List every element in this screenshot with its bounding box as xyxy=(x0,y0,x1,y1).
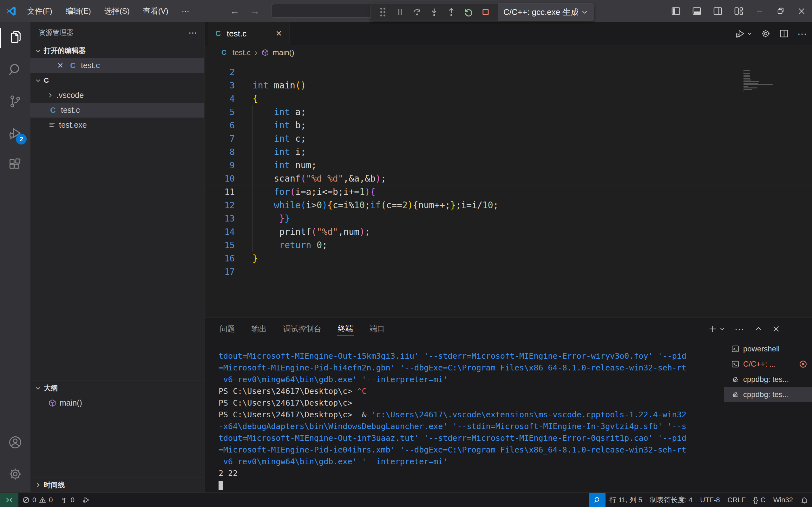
debug-status[interactable] xyxy=(78,493,94,507)
split-editor-icon[interactable] xyxy=(779,29,789,39)
notifications-bell[interactable] xyxy=(797,493,812,507)
sidebar-item-extensions[interactable] xyxy=(0,149,31,181)
platform[interactable]: Win32 xyxy=(769,493,797,507)
code-line-17[interactable]: 17 xyxy=(205,265,812,278)
drag-grip-icon[interactable] xyxy=(376,5,390,19)
section-folder-c[interactable]: C xyxy=(31,73,204,88)
step-out-icon[interactable] xyxy=(444,5,458,19)
sidebar-item-explorer[interactable] xyxy=(0,22,31,54)
code-editor[interactable]: 23int main()4{5 int a;6 int b;7 int c;8 … xyxy=(205,60,812,318)
problems-status[interactable]: 0 0 xyxy=(18,493,57,507)
terminal-list-item-powershell[interactable]: powershell xyxy=(724,341,812,356)
toggle-panel-icon[interactable] xyxy=(687,0,707,22)
code-line-14[interactable]: 14 printf("%d",num); xyxy=(205,225,812,238)
indentation[interactable]: 制表符长度: 4 xyxy=(646,493,696,507)
remote-indicator[interactable] xyxy=(0,493,18,507)
ports-status[interactable]: 0 xyxy=(57,493,78,507)
code-line-6[interactable]: 6 int b; xyxy=(205,118,812,132)
tree-item-test-exe[interactable]: test.exe xyxy=(31,118,204,132)
customize-layout-icon[interactable] xyxy=(728,0,749,22)
code-line-16[interactable]: 16} xyxy=(205,251,812,265)
code-line-9[interactable]: 9 int num; xyxy=(205,158,812,172)
c-file-icon: C xyxy=(219,49,229,57)
code-line-4[interactable]: 4{ xyxy=(205,92,812,105)
code-line-12[interactable]: 12 while(i>0){c=i%10;if(c==2){num++;};i=… xyxy=(205,199,812,212)
debug-config-dropdown[interactable]: C/C++: gcc.exe 生成和调试 xyxy=(498,3,594,20)
terminal-line-8: =Microsoft-MIEngine-Pid-ie04ihrs.xmb' '-… xyxy=(218,445,723,457)
step-into-icon[interactable] xyxy=(427,5,441,19)
toggle-secondary-sidebar-icon[interactable] xyxy=(707,0,728,22)
editor-more-actions-icon[interactable]: ⋯ xyxy=(798,28,808,39)
new-terminal-button[interactable] xyxy=(708,324,725,334)
code-line-5[interactable]: 5 int a; xyxy=(205,105,812,118)
breadcrumb-separator: › xyxy=(254,48,257,58)
braces-icon: {} xyxy=(753,496,758,504)
editor-settings-icon[interactable] xyxy=(761,29,771,39)
activity-bar: 2 xyxy=(0,22,31,493)
breadcrumb[interactable]: C test.c › main() xyxy=(205,45,812,60)
restart-icon[interactable] xyxy=(461,5,475,19)
tree-item-test-c[interactable]: C test.c xyxy=(31,103,204,118)
explorer-more-actions-icon[interactable]: ⋯ xyxy=(189,27,198,38)
code-line-13[interactable]: 13 }} xyxy=(205,212,812,225)
account-button[interactable] xyxy=(0,427,31,458)
settings-button[interactable] xyxy=(0,458,31,490)
panel-tab-3[interactable]: 终端 xyxy=(337,322,354,336)
outline-item-main[interactable]: main() xyxy=(31,395,204,410)
open-editor-test-c[interactable]: ✕ C test.c xyxy=(31,58,204,73)
menu-item-3[interactable]: 查看(V) xyxy=(139,3,173,19)
cursor-position[interactable]: 行 11, 列 5 xyxy=(606,493,646,507)
code-line-2[interactable]: 2 xyxy=(205,65,812,78)
terminal-list-item-cppdbg1[interactable]: cppdbg: tes... xyxy=(724,372,812,387)
sidebar-item-run-debug[interactable]: 2 xyxy=(0,117,31,149)
back-arrow-icon[interactable]: ← xyxy=(230,6,240,16)
code-line-10[interactable]: 10 scanf("%d %d",&a,&b); xyxy=(205,172,812,185)
section-timeline[interactable]: 时间线 xyxy=(31,477,204,493)
menu-item-0[interactable]: 文件(F) xyxy=(23,3,57,19)
forward-arrow-icon[interactable]: → xyxy=(250,6,260,16)
terminal-icon xyxy=(731,345,740,353)
terminal-cursor-line xyxy=(218,481,723,492)
step-over-icon[interactable] xyxy=(410,5,424,19)
minimap[interactable] xyxy=(744,68,774,94)
toggle-sidebar-icon[interactable] xyxy=(665,0,687,22)
code-line-11[interactable]: 11 for(i=a;i<=b;i+=1){ xyxy=(205,185,812,199)
stop-icon[interactable] xyxy=(478,5,493,19)
sidebar-item-source-control[interactable] xyxy=(0,86,31,117)
code-line-8[interactable]: 8 int i; xyxy=(205,145,812,158)
terminal-output[interactable]: tdout=Microsoft-MIEngine-Out-i5km3gi3.ii… xyxy=(205,340,723,493)
code-line-7[interactable]: 7 int c; xyxy=(205,132,812,145)
eol-sequence[interactable]: CRLF xyxy=(724,493,750,507)
code-line-15[interactable]: 15 return 0; xyxy=(205,238,812,251)
section-open-editors[interactable]: 打开的编辑器 xyxy=(31,43,204,58)
panel-tab-0[interactable]: 问题 xyxy=(219,322,236,336)
panel-tab-2[interactable]: 调试控制台 xyxy=(283,322,322,336)
terminal-list-item-cpp[interactable]: C/C++: ... xyxy=(724,356,812,372)
menu-bar: 文件(F)编辑(E)选择(S)查看(V)⋯ xyxy=(23,0,194,22)
vscode-logo-icon xyxy=(6,6,16,16)
tab-test-c[interactable]: C test.c ✕ xyxy=(208,22,290,45)
language-mode[interactable]: {} C xyxy=(750,493,769,507)
search-icon xyxy=(594,496,601,504)
pause-icon[interactable] xyxy=(393,5,407,19)
tree-item-vscode-folder[interactable]: .vscode xyxy=(31,88,204,103)
menu-item-2[interactable]: 选择(S) xyxy=(100,3,134,19)
close-tab-icon[interactable]: ✕ xyxy=(274,29,284,38)
search-icon xyxy=(8,62,22,77)
minimize-icon[interactable] xyxy=(749,0,770,22)
panel-tab-1[interactable]: 输出 xyxy=(251,322,267,336)
menu-item-1[interactable]: 编辑(E) xyxy=(61,3,96,19)
close-editor-icon[interactable]: ✕ xyxy=(55,61,65,70)
sidebar-item-search[interactable] xyxy=(0,54,31,86)
run-debug-file-button[interactable] xyxy=(734,28,752,39)
section-outline[interactable]: 大纲 xyxy=(31,381,204,395)
menu-item-4[interactable]: ⋯ xyxy=(177,4,194,18)
code-line-3[interactable]: 3int main() xyxy=(205,78,812,92)
encoding[interactable]: UTF-8 xyxy=(696,493,723,507)
panel-tab-4[interactable]: 端口 xyxy=(369,322,386,336)
close-window-icon[interactable] xyxy=(791,0,812,22)
search-status-tile[interactable] xyxy=(589,493,606,507)
terminal-list-item-cppdbg2[interactable]: cppdbg: tes... xyxy=(724,387,812,402)
restore-icon[interactable] xyxy=(770,0,791,22)
symbol-cube-icon xyxy=(261,49,269,56)
